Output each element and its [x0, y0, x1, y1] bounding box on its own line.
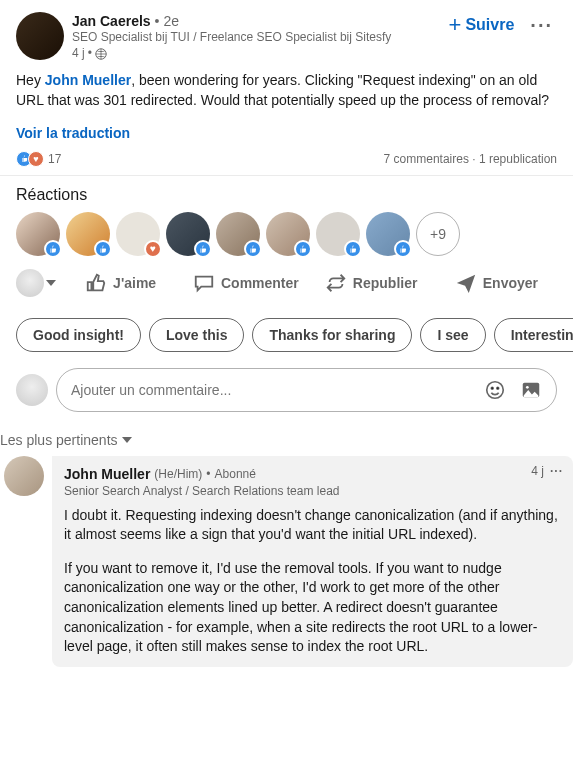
thumbs-up-icon: [85, 272, 107, 294]
sort-selector[interactable]: Les plus pertinents: [0, 428, 573, 456]
like-icon: [294, 240, 312, 258]
commenter-avatar[interactable]: [4, 456, 44, 496]
like-icon: [394, 240, 412, 258]
follow-label: Suivre: [465, 16, 514, 34]
suggestion-chip[interactable]: Good insight!: [16, 318, 141, 352]
send-button[interactable]: Envoyer: [436, 262, 557, 304]
send-icon: [455, 272, 477, 294]
commenter-name[interactable]: John Mueller: [64, 466, 150, 482]
comment-input[interactable]: [71, 382, 476, 398]
svg-point-2: [491, 387, 493, 389]
more-reactors-button[interactable]: +9: [416, 212, 460, 256]
svg-point-1: [487, 381, 504, 398]
globe-icon: [95, 48, 107, 60]
repost-button[interactable]: Republier: [311, 262, 432, 304]
dot: •: [155, 12, 160, 30]
reactor-avatar[interactable]: [366, 212, 410, 256]
reactor-avatar[interactable]: [66, 212, 110, 256]
reactor-avatar[interactable]: [16, 212, 60, 256]
comment-icon: [193, 272, 215, 294]
reactor-avatar[interactable]: ♥: [116, 212, 160, 256]
like-button[interactable]: J'aime: [60, 262, 181, 304]
comment-overflow-icon[interactable]: ···: [550, 464, 563, 478]
overflow-menu-icon[interactable]: ···: [526, 14, 557, 37]
author-avatar[interactable]: [16, 12, 64, 60]
love-icon: ♥: [28, 151, 44, 167]
like-icon: [94, 240, 112, 258]
reactions-row: ♥ +9: [16, 212, 557, 256]
love-icon: ♥: [144, 240, 162, 258]
reactor-avatar[interactable]: [316, 212, 360, 256]
user-avatar: [16, 269, 44, 297]
reactor-avatar[interactable]: [166, 212, 210, 256]
comment-button[interactable]: Commenter: [185, 262, 306, 304]
author-headline: SEO Specialist bij TUI / Freelance SEO S…: [72, 30, 441, 46]
like-icon: [194, 240, 212, 258]
post-time: 4 j: [72, 46, 85, 62]
reactor-avatar[interactable]: [266, 212, 310, 256]
commenter-headline: Senior Search Analyst / Search Relations…: [64, 484, 561, 498]
svg-point-3: [497, 387, 499, 389]
plus-icon: +: [449, 12, 462, 38]
repost-icon: [325, 272, 347, 294]
author-name[interactable]: Jan Caerels: [72, 12, 151, 30]
like-icon: [44, 240, 62, 258]
comment-bubble: 4 j ··· John Mueller (He/Him) • Abonné S…: [52, 456, 573, 667]
reaction-count: 17: [48, 152, 61, 166]
commenter-relation: Abonné: [215, 467, 256, 481]
reaction-summary[interactable]: ♥ 17: [16, 151, 61, 167]
suggestion-row: Good insight! Love this Thanks for shari…: [0, 310, 573, 360]
user-avatar[interactable]: [16, 374, 48, 406]
suggestion-chip[interactable]: Love this: [149, 318, 244, 352]
chevron-down-icon: [46, 280, 56, 286]
suggestion-chip[interactable]: Interesting: [494, 318, 573, 352]
emoji-icon[interactable]: [484, 379, 506, 401]
comment-text: I doubt it. Requesting indexing doesn't …: [64, 506, 561, 545]
reactions-title: Réactions: [16, 186, 557, 204]
repost-count[interactable]: 1 republication: [479, 152, 557, 166]
post-body: Hey John Mueller, been wondering for yea…: [16, 71, 557, 110]
suggestion-chip[interactable]: Thanks for sharing: [252, 318, 412, 352]
suggestion-chip[interactable]: I see: [420, 318, 485, 352]
like-icon: [344, 240, 362, 258]
reactor-avatar[interactable]: [216, 212, 260, 256]
like-icon: [244, 240, 262, 258]
comment-input-wrap[interactable]: [56, 368, 557, 412]
commenter-pronouns: (He/Him): [154, 467, 202, 481]
chevron-down-icon: [122, 437, 132, 443]
comment-time: 4 j: [531, 464, 544, 478]
image-icon[interactable]: [520, 379, 542, 401]
comment-text: If you want to remove it, I'd use the re…: [64, 559, 561, 657]
follow-button[interactable]: + Suivre: [449, 12, 515, 38]
translate-button[interactable]: Voir la traduction: [16, 125, 557, 141]
mention-link[interactable]: John Mueller: [45, 72, 131, 88]
reaction-selector[interactable]: [16, 269, 56, 297]
comment-count[interactable]: 7 commentaires: [384, 152, 469, 166]
connection-degree: 2e: [164, 12, 180, 30]
svg-point-5: [526, 385, 529, 388]
